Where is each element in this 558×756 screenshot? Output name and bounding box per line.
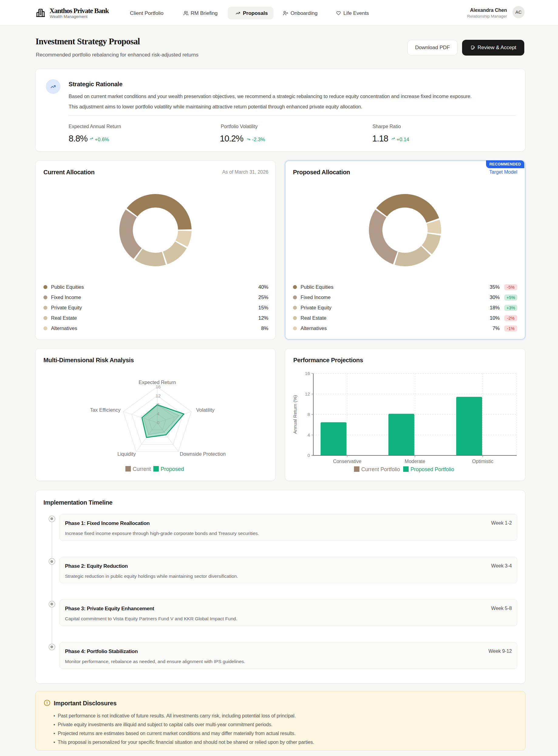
svg-text:0: 0 xyxy=(157,420,159,425)
svg-text:16: 16 xyxy=(305,371,310,376)
svg-text:Annual Return (%): Annual Return (%) xyxy=(293,395,298,434)
svg-text:Volatility: Volatility xyxy=(196,407,214,412)
svg-text:Liquidity: Liquidity xyxy=(117,451,136,457)
svg-text:8: 8 xyxy=(307,412,310,417)
svg-text:8: 8 xyxy=(157,402,159,407)
svg-text:4: 4 xyxy=(307,432,310,437)
svg-text:Tax Efficiency: Tax Efficiency xyxy=(90,407,121,412)
svg-text:12: 12 xyxy=(155,393,160,398)
svg-text:Optimistic: Optimistic xyxy=(472,459,493,464)
svg-text:Expected Return: Expected Return xyxy=(138,379,176,385)
svg-text:Moderate: Moderate xyxy=(405,459,425,464)
svg-text:4: 4 xyxy=(157,411,159,416)
svg-text:12: 12 xyxy=(305,392,310,397)
svg-text:0: 0 xyxy=(307,453,310,458)
svg-text:Downside Protection: Downside Protection xyxy=(180,451,226,457)
svg-text:Conservative: Conservative xyxy=(333,459,361,464)
